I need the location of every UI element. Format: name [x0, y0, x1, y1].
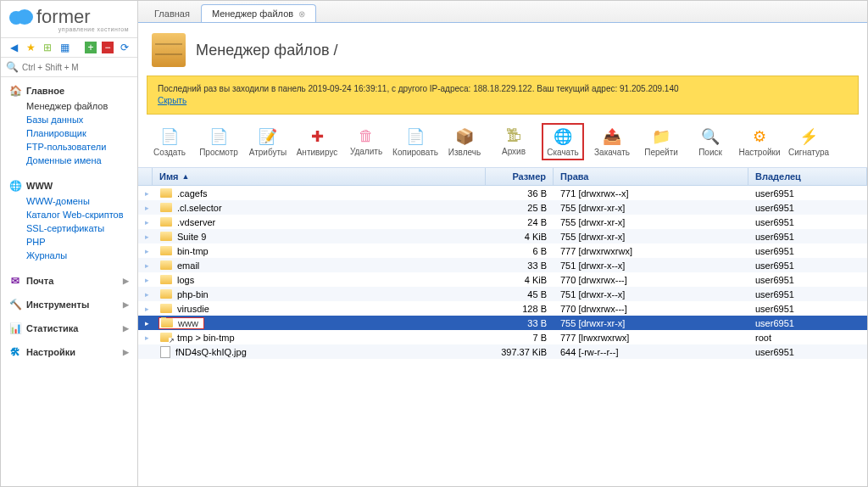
- file-name: Suite 9: [177, 232, 206, 242]
- nav-item[interactable]: SSL-сертификаты: [1, 221, 137, 235]
- sitemap-icon[interactable]: ⊞: [42, 42, 53, 53]
- nav-section-www[interactable]: 🌐WWW: [1, 177, 137, 194]
- tool-label: Скачать: [547, 148, 579, 157]
- brand-tagline: управление хостингом: [9, 26, 129, 32]
- nav-item[interactable]: Базы данных: [1, 113, 137, 126]
- tool-label: Удалить: [350, 147, 382, 156]
- expand-toggle[interactable]: ▸: [138, 204, 152, 212]
- archive-button[interactable]: 🗜Архив: [492, 123, 535, 160]
- section-icon: 🔨: [9, 299, 21, 311]
- nav-section-почта[interactable]: ✉Почта▶: [1, 272, 137, 289]
- notice-hide-link[interactable]: Скрыть: [158, 96, 186, 105]
- extract-button[interactable]: 📦Извлечь: [443, 123, 486, 160]
- expand-toggle[interactable]: ▸: [138, 333, 152, 342]
- nav-item[interactable]: Доменные имена: [1, 154, 137, 167]
- close-icon[interactable]: ⊗: [298, 9, 305, 19]
- folder-icon: [160, 275, 172, 284]
- nav-section-статистика[interactable]: 📊Статистика▶: [1, 320, 137, 337]
- tool-label: Поиск: [698, 148, 722, 157]
- expand-toggle[interactable]: ▸: [138, 189, 152, 198]
- table-row[interactable]: ▸ tmp > bin-tmp 7 B 777 [lrwxrwxrwx] roo…: [138, 330, 867, 344]
- delete-button[interactable]: 🗑Удалить: [345, 123, 387, 160]
- table-row[interactable]: ▸ bin-tmp 6 B 777 [drwxrwxrwx] user6951: [138, 244, 867, 258]
- file-name: tmp > bin-tmp: [177, 333, 235, 343]
- col-perms-header[interactable]: Права: [554, 168, 748, 185]
- tool-label: Создать: [153, 148, 186, 157]
- file-perms: 770 [drwxrwx---]: [554, 275, 748, 285]
- table-row[interactable]: ▸ email 33 B 751 [drwxr-x--x] user6951: [138, 258, 867, 272]
- expand-toggle[interactable]: ▸: [138, 319, 152, 327]
- file-owner: user6951: [748, 304, 867, 314]
- view-button[interactable]: 📄Просмотр: [198, 123, 240, 160]
- chevron-right-icon: ▶: [123, 348, 129, 356]
- tool-label: Закачать: [594, 148, 630, 157]
- file-owner: root: [748, 333, 867, 343]
- refresh-icon[interactable]: ⟳: [119, 42, 131, 53]
- col-owner-header[interactable]: Владелец: [748, 168, 867, 185]
- expand-toggle[interactable]: ▸: [138, 232, 152, 241]
- nav-item[interactable]: Журналы: [1, 249, 137, 262]
- file-size: 7 B: [486, 333, 554, 343]
- table-row[interactable]: ▸ www 33 B 755 [drwxr-xr-x] user6951: [138, 316, 867, 330]
- table-row[interactable]: fND4sQ-khIQ.jpg 397.37 KiB 644 [-rw-r--r…: [138, 344, 867, 359]
- search-button[interactable]: 🔍Поиск: [689, 123, 732, 160]
- goto-button[interactable]: 📁Перейти: [640, 123, 682, 160]
- col-name-header[interactable]: Имя ▲: [153, 168, 486, 185]
- search-icon: 🔍: [701, 127, 720, 146]
- expand-toggle[interactable]: ▸: [138, 218, 152, 227]
- nav-item[interactable]: Планировщик: [1, 126, 137, 140]
- col-size-header[interactable]: Размер: [486, 168, 554, 185]
- search-input[interactable]: [22, 63, 132, 72]
- file-perms: 755 [drwxr-xr-x]: [554, 203, 748, 213]
- nav-item[interactable]: PHP: [1, 235, 137, 249]
- nav-item[interactable]: Менеджер файлов: [1, 99, 137, 113]
- table-row[interactable]: ▸ php-bin 45 B 751 [drwxr-x--x] user6951: [138, 287, 867, 301]
- star-icon[interactable]: ★: [25, 42, 36, 53]
- nav-item[interactable]: FTP-пользователи: [1, 140, 137, 154]
- tab-менеджер-файлов[interactable]: Менеджер файлов⊗: [201, 4, 316, 22]
- table-row[interactable]: ▸ .cl.selector 25 B 755 [drwxr-xr-x] use…: [138, 200, 867, 215]
- file-perms: 751 [drwxr-x--x]: [554, 289, 748, 299]
- create-button[interactable]: 📄Создать: [148, 123, 191, 160]
- table-row[interactable]: ▸ virusdie 128 B 770 [drwxrwx---] user69…: [138, 301, 867, 316]
- antivirus-button[interactable]: ✚Антивирус: [296, 123, 338, 160]
- upload-button[interactable]: 📤Закачать: [591, 123, 633, 160]
- tab-label: Менеджер файлов: [212, 8, 293, 19]
- attrs-button[interactable]: 📝Атрибуты: [247, 123, 289, 160]
- nav-section-настройки[interactable]: 🛠Настройки▶: [1, 344, 137, 361]
- table-row[interactable]: ▸ .vdserver 24 B 755 [drwxr-xr-x] user69…: [138, 215, 867, 229]
- antivirus-icon: ✚: [311, 127, 324, 146]
- nav-section-инструменты[interactable]: 🔨Инструменты▶: [1, 296, 137, 313]
- expand-toggle[interactable]: ▸: [138, 290, 152, 299]
- sort-asc-icon: ▲: [181, 172, 189, 181]
- back-icon[interactable]: ◀: [8, 42, 19, 53]
- file-size: 25 B: [486, 203, 554, 213]
- download-button[interactable]: 🌐Скачать: [542, 123, 584, 160]
- nav-section-главное[interactable]: 🏠Главное: [1, 82, 137, 99]
- settings-button[interactable]: ⚙Настройки: [738, 123, 781, 160]
- settings-icon: ⚙: [753, 127, 766, 146]
- nav-item[interactable]: WWW-домены: [1, 194, 137, 208]
- tab-главная[interactable]: Главная: [143, 4, 201, 22]
- expand-toggle[interactable]: ▸: [138, 276, 152, 284]
- view-icon: 📄: [209, 127, 228, 146]
- file-owner: user6951: [748, 260, 867, 271]
- signature-button[interactable]: ⚡Сигнатура: [787, 123, 830, 160]
- file-owner: user6951: [748, 232, 867, 242]
- expand-toggle[interactable]: ▸: [138, 261, 152, 270]
- expand-all-icon[interactable]: +: [85, 42, 97, 53]
- nav-item[interactable]: Каталог Web-скриптов: [1, 208, 137, 221]
- file-owner: user6951: [748, 318, 867, 328]
- collapse-all-icon[interactable]: −: [102, 42, 114, 53]
- section-title: Настройки: [26, 347, 75, 357]
- section-icon: 📊: [9, 322, 21, 334]
- file-owner: user6951: [748, 347, 867, 357]
- file-name: .cagefs: [177, 188, 207, 199]
- table-row[interactable]: ▸ .cagefs 36 B 771 [drwxrwx--x] user6951: [138, 186, 867, 200]
- expand-toggle[interactable]: ▸: [138, 247, 152, 255]
- expand-toggle[interactable]: ▸: [138, 305, 152, 313]
- copy-button[interactable]: 📄Копировать: [394, 123, 437, 160]
- grid-icon[interactable]: ▦: [58, 42, 70, 53]
- table-row[interactable]: ▸ Suite 9 4 KiB 755 [drwxr-xr-x] user695…: [138, 229, 867, 244]
- table-row[interactable]: ▸ logs 4 KiB 770 [drwxrwx---] user6951: [138, 272, 867, 287]
